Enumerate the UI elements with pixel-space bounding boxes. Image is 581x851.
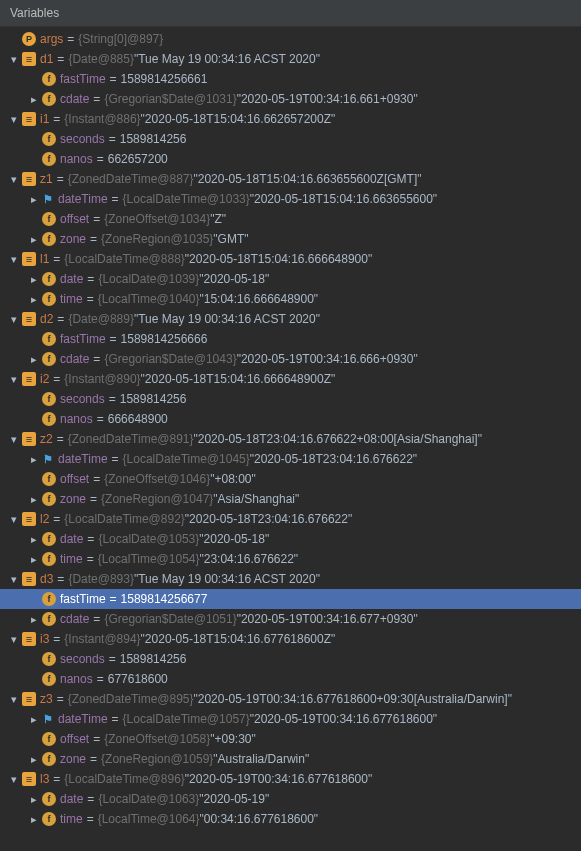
- variable-row-time[interactable]: ftime = {LocalTime@1040} "15:04:16.66664…: [0, 289, 581, 309]
- variable-row-fastTime[interactable]: ffastTime = 1589814256677: [0, 589, 581, 609]
- expand-arrow-icon[interactable]: [28, 293, 40, 306]
- variable-row-z3[interactable]: z3 = {ZonedDateTime@895} "2020-05-19T00:…: [0, 689, 581, 709]
- variable-row-date[interactable]: fdate = {LocalDate@1063} "2020-05-19": [0, 789, 581, 809]
- variable-name: l2: [40, 512, 49, 526]
- variable-type: {ZonedDateTime@895}: [68, 692, 194, 706]
- variable-row-time[interactable]: ftime = {LocalTime@1064} "00:34:16.67761…: [0, 809, 581, 829]
- collapse-arrow-icon[interactable]: [8, 433, 20, 446]
- final-field-icon: [42, 713, 54, 725]
- expand-arrow-icon[interactable]: [28, 273, 40, 286]
- variable-value: "23:04:16.676622": [200, 552, 299, 566]
- variable-row-seconds[interactable]: fseconds = 1589814256: [0, 129, 581, 149]
- variable-row-time[interactable]: ftime = {LocalTime@1054} "23:04:16.67662…: [0, 549, 581, 569]
- variable-row-i2[interactable]: i2 = {Instant@890} "2020-05-18T15:04:16.…: [0, 369, 581, 389]
- variable-row-d2[interactable]: d2 = {Date@889} "Tue May 19 00:34:16 ACS…: [0, 309, 581, 329]
- panel-title: Variables: [10, 6, 59, 20]
- variable-type: {Gregorian$Date@1031}: [104, 92, 236, 106]
- variable-row-z1[interactable]: z1 = {ZonedDateTime@887} "2020-05-18T15:…: [0, 169, 581, 189]
- variable-row-dateTime[interactable]: dateTime = {LocalDateTime@1033} "2020-05…: [0, 189, 581, 209]
- equals-sign: =: [97, 412, 104, 426]
- expand-arrow-icon[interactable]: [28, 793, 40, 806]
- variable-value: "2020-05-18": [199, 272, 269, 286]
- collapse-arrow-icon[interactable]: [8, 113, 20, 126]
- variable-row-zone[interactable]: fzone = {ZoneRegion@1059} "Australia/Dar…: [0, 749, 581, 769]
- collapse-arrow-icon[interactable]: [8, 173, 20, 186]
- variable-row-offset[interactable]: foffset = {ZoneOffset@1046} "+08:00": [0, 469, 581, 489]
- variable-row-l2[interactable]: l2 = {LocalDateTime@892} "2020-05-18T23:…: [0, 509, 581, 529]
- expand-arrow-icon[interactable]: [28, 233, 40, 246]
- expand-arrow-icon[interactable]: [28, 93, 40, 106]
- expand-arrow-icon[interactable]: [28, 533, 40, 546]
- variable-name: fastTime: [60, 332, 106, 346]
- variable-row-seconds[interactable]: fseconds = 1589814256: [0, 389, 581, 409]
- variable-value: "2020-05-19T00:34:16.677618600": [185, 772, 372, 786]
- collapse-arrow-icon[interactable]: [8, 773, 20, 786]
- variable-name: cdate: [60, 352, 89, 366]
- variable-row-fastTime[interactable]: ffastTime = 1589814256661: [0, 69, 581, 89]
- field-icon: f: [42, 332, 56, 346]
- variable-row-dateTime[interactable]: dateTime = {LocalDateTime@1045} "2020-05…: [0, 449, 581, 469]
- variables-tree[interactable]: Pargs = {String[0]@897}d1 = {Date@885} "…: [0, 27, 581, 833]
- variable-type: {LocalDateTime@1033}: [123, 192, 250, 206]
- variable-row-dateTime[interactable]: dateTime = {LocalDateTime@1057} "2020-05…: [0, 709, 581, 729]
- variable-row-offset[interactable]: foffset = {ZoneOffset@1034} "Z": [0, 209, 581, 229]
- variable-row-zone[interactable]: fzone = {ZoneRegion@1035} "GMT": [0, 229, 581, 249]
- variable-row-args[interactable]: Pargs = {String[0]@897}: [0, 29, 581, 49]
- variable-row-seconds[interactable]: fseconds = 1589814256: [0, 649, 581, 669]
- collapse-arrow-icon[interactable]: [8, 513, 20, 526]
- variable-row-fastTime[interactable]: ffastTime = 1589814256666: [0, 329, 581, 349]
- field-icon: f: [42, 272, 56, 286]
- variable-value: "2020-05-18T15:04:16.662657200Z": [141, 112, 336, 126]
- collapse-arrow-icon[interactable]: [8, 253, 20, 266]
- variable-type: {LocalDateTime@1057}: [123, 712, 250, 726]
- expand-arrow-icon[interactable]: [28, 553, 40, 566]
- variable-row-i3[interactable]: i3 = {Instant@894} "2020-05-18T15:04:16.…: [0, 629, 581, 649]
- variable-row-zone[interactable]: fzone = {ZoneRegion@1047} "Asia/Shanghai…: [0, 489, 581, 509]
- collapse-arrow-icon[interactable]: [8, 313, 20, 326]
- variable-row-d3[interactable]: d3 = {Date@893} "Tue May 19 00:34:16 ACS…: [0, 569, 581, 589]
- collapse-arrow-icon[interactable]: [8, 53, 20, 66]
- variable-row-nanos[interactable]: fnanos = 666648900: [0, 409, 581, 429]
- collapse-arrow-icon[interactable]: [8, 573, 20, 586]
- variable-type: {LocalDateTime@1045}: [123, 452, 250, 466]
- variable-value: 662657200: [108, 152, 168, 166]
- equals-sign: =: [110, 332, 117, 346]
- variable-type: {LocalDate@1053}: [98, 532, 199, 546]
- variable-row-nanos[interactable]: fnanos = 677618600: [0, 669, 581, 689]
- equals-sign: =: [97, 152, 104, 166]
- expand-arrow-icon[interactable]: [28, 713, 40, 726]
- field-icon: f: [42, 292, 56, 306]
- variable-row-nanos[interactable]: fnanos = 662657200: [0, 149, 581, 169]
- variable-value: "Asia/Shanghai": [213, 492, 299, 506]
- object-icon: [22, 572, 36, 586]
- expand-arrow-icon[interactable]: [28, 453, 40, 466]
- collapse-arrow-icon[interactable]: [8, 693, 20, 706]
- variable-name: d2: [40, 312, 53, 326]
- expand-arrow-icon[interactable]: [28, 193, 40, 206]
- equals-sign: =: [109, 652, 116, 666]
- field-icon: f: [42, 532, 56, 546]
- variable-row-date[interactable]: fdate = {LocalDate@1053} "2020-05-18": [0, 529, 581, 549]
- variable-row-cdate[interactable]: fcdate = {Gregorian$Date@1043} "2020-05-…: [0, 349, 581, 369]
- variable-row-l1[interactable]: l1 = {LocalDateTime@888} "2020-05-18T15:…: [0, 249, 581, 269]
- variable-type: {Date@885}: [68, 52, 134, 66]
- variable-row-cdate[interactable]: fcdate = {Gregorian$Date@1051} "2020-05-…: [0, 609, 581, 629]
- expand-arrow-icon[interactable]: [28, 493, 40, 506]
- variable-row-offset[interactable]: foffset = {ZoneOffset@1058} "+09:30": [0, 729, 581, 749]
- variable-row-i1[interactable]: i1 = {Instant@886} "2020-05-18T15:04:16.…: [0, 109, 581, 129]
- expand-arrow-icon[interactable]: [28, 753, 40, 766]
- variable-row-z2[interactable]: z2 = {ZonedDateTime@891} "2020-05-18T23:…: [0, 429, 581, 449]
- expand-arrow-icon[interactable]: [28, 353, 40, 366]
- collapse-arrow-icon[interactable]: [8, 373, 20, 386]
- expand-arrow-icon[interactable]: [28, 613, 40, 626]
- variable-row-d1[interactable]: d1 = {Date@885} "Tue May 19 00:34:16 ACS…: [0, 49, 581, 69]
- variable-row-date[interactable]: fdate = {LocalDate@1039} "2020-05-18": [0, 269, 581, 289]
- variable-name: date: [60, 532, 83, 546]
- variable-name: nanos: [60, 152, 93, 166]
- variable-name: cdate: [60, 612, 89, 626]
- variable-row-cdate[interactable]: fcdate = {Gregorian$Date@1031} "2020-05-…: [0, 89, 581, 109]
- variable-row-l3[interactable]: l3 = {LocalDateTime@896} "2020-05-19T00:…: [0, 769, 581, 789]
- expand-arrow-icon[interactable]: [28, 813, 40, 826]
- equals-sign: =: [87, 552, 94, 566]
- collapse-arrow-icon[interactable]: [8, 633, 20, 646]
